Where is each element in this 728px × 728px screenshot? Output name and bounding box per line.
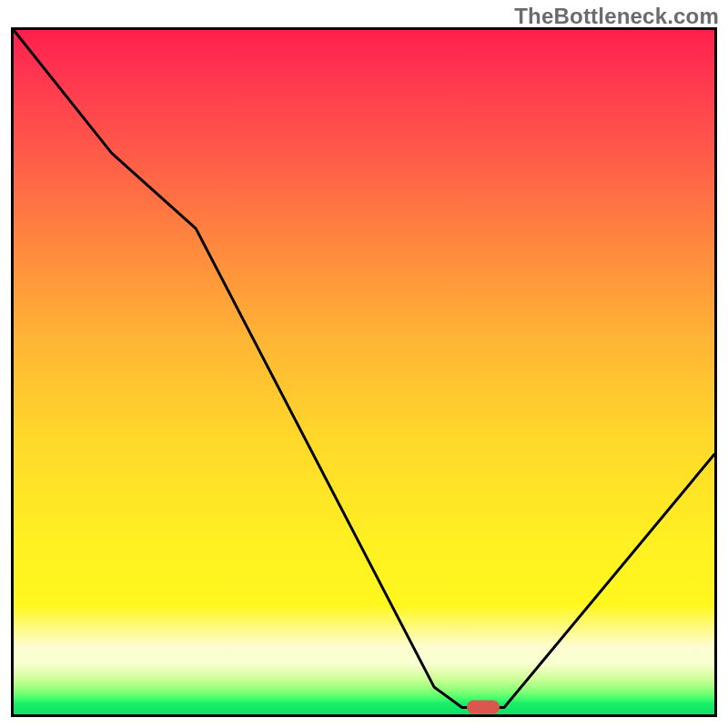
- watermark-text: TheBottleneck.com: [514, 4, 719, 29]
- chart-canvas: TheBottleneck.com: [0, 0, 728, 728]
- optimal-point-marker: [467, 701, 500, 714]
- bottleneck-curve: [14, 30, 714, 714]
- plot-frame: [11, 27, 717, 717]
